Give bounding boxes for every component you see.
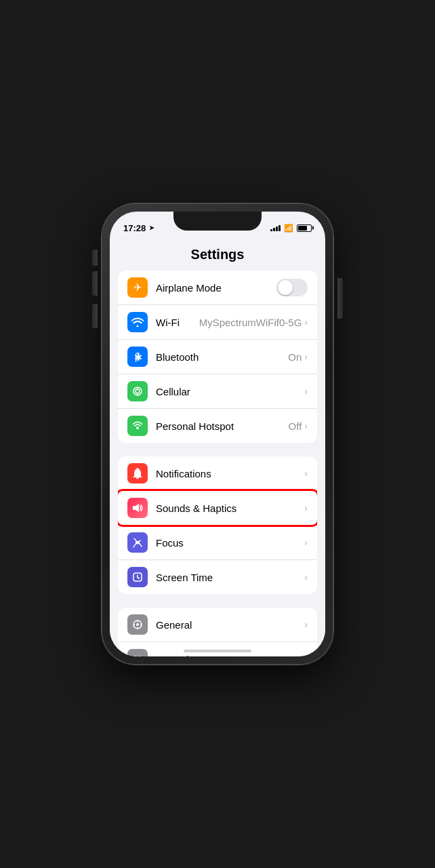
hotspot-label: Personal Hotspot	[156, 420, 289, 432]
screentime-chevron: ›	[304, 572, 308, 583]
status-time: 17:28 ➤	[123, 223, 154, 233]
bluetooth-label: Bluetooth	[156, 351, 288, 363]
phone-frame: 17:28 ➤ 📶 Settings	[102, 203, 333, 665]
bluetooth-chevron: ›	[304, 351, 308, 362]
power-button[interactable]	[337, 278, 343, 319]
bluetooth-row[interactable]: ∗ β Bluetooth On ›	[118, 340, 317, 374]
svg-point-15	[138, 656, 141, 656]
focus-label: Focus	[156, 537, 304, 549]
home-indicator[interactable]	[184, 650, 251, 652]
battery-icon	[297, 224, 312, 232]
general-icon	[127, 614, 148, 635]
svg-point-1	[136, 389, 140, 393]
status-icons: 📶	[270, 224, 312, 233]
volume-up-button[interactable]	[92, 271, 98, 296]
cellular-label: Cellular	[156, 386, 304, 397]
sounds-haptics-chevron: ›	[304, 502, 308, 513]
notifications-chevron: ›	[304, 468, 308, 479]
hotspot-row[interactable]: Personal Hotspot Off ›	[118, 409, 317, 443]
notifications-icon	[127, 463, 148, 484]
bluetooth-icon: ∗ β	[127, 347, 148, 367]
volume-down-button[interactable]	[92, 304, 98, 328]
screentime-icon	[127, 567, 148, 587]
svg-point-14	[134, 656, 137, 656]
wifi-status-icon: 📶	[284, 224, 293, 233]
airplane-mode-toggle[interactable]	[276, 279, 308, 296]
network-group: ✈ Airplane Mode	[118, 271, 317, 443]
sounds-haptics-label: Sounds & Haptics	[156, 502, 304, 514]
airplane-mode-icon: ✈	[127, 277, 148, 298]
page-header: Settings	[110, 241, 325, 271]
notifications-row[interactable]: Notifications ›	[118, 456, 317, 491]
wifi-row[interactable]: Wi-Fi MySpectrumWiFif0-5G ›	[118, 305, 317, 340]
general-label: General	[156, 619, 304, 631]
hotspot-chevron: ›	[304, 420, 308, 431]
svg-rect-5	[133, 506, 136, 510]
controlcenter-chevron: ›	[304, 654, 308, 656]
screentime-row[interactable]: Screen Time ›	[118, 560, 317, 594]
bluetooth-value: On	[288, 351, 302, 363]
focus-row[interactable]: Focus ›	[118, 526, 317, 560]
controlcenter-label: Control Center	[156, 654, 304, 657]
wifi-chevron: ›	[304, 317, 308, 328]
airplane-mode-label: Airplane Mode	[156, 282, 276, 294]
svg-point-4	[136, 427, 139, 429]
hotspot-value: Off	[289, 420, 302, 432]
controlcenter-icon	[127, 649, 148, 656]
mute-switch[interactable]	[92, 250, 98, 266]
notifications-label: Notifications	[156, 468, 304, 479]
hotspot-icon	[127, 416, 148, 436]
focus-icon	[127, 532, 148, 553]
wifi-value: MySpectrumWiFif0-5G	[199, 317, 302, 328]
screentime-label: Screen Time	[156, 572, 304, 583]
notch	[173, 212, 262, 231]
wifi-label: Wi-Fi	[156, 317, 199, 328]
cellular-icon	[127, 381, 148, 401]
page-title: Settings	[191, 247, 245, 262]
focus-chevron: ›	[304, 537, 308, 548]
general-row[interactable]: General ›	[118, 608, 317, 642]
location-icon: ➤	[149, 224, 154, 231]
wifi-icon	[127, 312, 148, 332]
sounds-haptics-row[interactable]: Sounds & Haptics ›	[118, 491, 317, 526]
sounds-icon	[127, 498, 148, 518]
settings-content[interactable]: Settings ✈ Airplane Mode	[110, 241, 325, 656]
cellular-row[interactable]: Cellular ›	[118, 374, 317, 409]
svg-point-9	[136, 623, 139, 626]
general-chevron: ›	[304, 619, 308, 630]
airplane-mode-row[interactable]: ✈ Airplane Mode	[118, 271, 317, 305]
phone-screen: 17:28 ➤ 📶 Settings	[110, 212, 325, 656]
signal-bars	[270, 224, 281, 231]
notifications-group: Notifications › Sounds & Haptics	[118, 456, 317, 594]
cellular-chevron: ›	[304, 386, 308, 397]
